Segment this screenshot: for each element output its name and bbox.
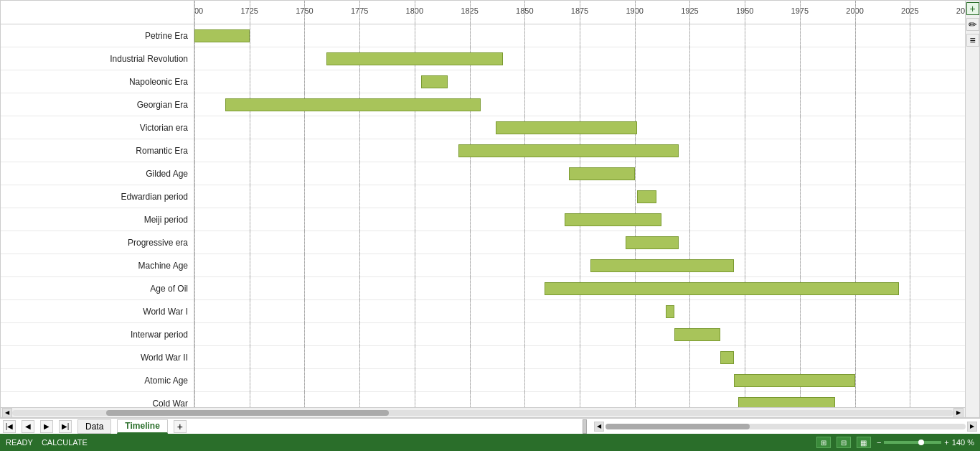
chart-main-area: 1700172517501775180018251850187519001925… bbox=[0, 0, 980, 418]
bar-progressive-era[interactable] bbox=[626, 236, 679, 249]
grid-line bbox=[194, 369, 195, 392]
grid-line bbox=[580, 24, 580, 47]
grid-line bbox=[359, 346, 360, 369]
bar-industrial-revolution[interactable] bbox=[326, 52, 502, 65]
zoom-thumb[interactable] bbox=[918, 440, 924, 445]
sheet-nav-first[interactable]: |◀ bbox=[3, 420, 16, 433]
bar-cold-war[interactable] bbox=[738, 397, 835, 408]
grid-line bbox=[910, 116, 910, 139]
bar-napoleonic-era[interactable] bbox=[421, 75, 448, 88]
grid-line bbox=[689, 392, 690, 408]
tab-timeline[interactable]: Timeline bbox=[117, 419, 167, 434]
pen-icon-btn[interactable]: ✏ bbox=[966, 18, 979, 31]
sheet-nav-next[interactable]: ▶ bbox=[40, 420, 53, 433]
chart-row[interactable]: Atomic Age bbox=[1, 369, 965, 392]
sheet-nav-prev[interactable]: ◀ bbox=[22, 420, 34, 433]
chart-row[interactable]: World War II bbox=[1, 346, 965, 369]
bar-area bbox=[194, 139, 965, 162]
bar-age-of-oil[interactable] bbox=[545, 282, 899, 295]
grid-line bbox=[250, 47, 250, 70]
grid-line bbox=[580, 346, 580, 369]
bar-world-war-i[interactable] bbox=[666, 305, 674, 318]
grid-line bbox=[800, 300, 801, 323]
chart-row[interactable]: Interwar period bbox=[1, 323, 965, 346]
chart-row[interactable]: Machine Age bbox=[1, 254, 965, 277]
view-grid-btn[interactable]: ⊞ bbox=[816, 437, 831, 448]
grid-line bbox=[304, 323, 305, 346]
chart-row[interactable]: Edwardian period bbox=[1, 185, 965, 208]
view-preview-btn[interactable]: ▦ bbox=[857, 437, 871, 448]
grid-line bbox=[910, 93, 910, 116]
sheet-nav-last[interactable]: ▶| bbox=[59, 420, 72, 433]
scroll-left-btn[interactable]: ◀ bbox=[2, 408, 12, 418]
zoom-plus[interactable]: + bbox=[944, 438, 948, 447]
horizontal-scrollbar[interactable]: ◀ ▶ bbox=[1, 407, 965, 417]
grid-line bbox=[359, 162, 360, 185]
bar-machine-age[interactable] bbox=[590, 259, 733, 272]
tab-data[interactable]: Data bbox=[77, 419, 111, 434]
row-label-age-of-oil: Age of Oil bbox=[1, 277, 194, 300]
grid-line bbox=[580, 185, 580, 208]
grid-line bbox=[635, 24, 636, 47]
scroll-track-h[interactable] bbox=[12, 410, 953, 416]
bar-petrine-era[interactable] bbox=[194, 29, 250, 42]
chart-row[interactable]: Industrial Revolution bbox=[1, 47, 965, 70]
chart-row[interactable]: Age of Oil bbox=[1, 277, 965, 300]
chart-row[interactable]: Progressive era bbox=[1, 231, 965, 254]
bar-victorian-era[interactable] bbox=[496, 121, 636, 134]
bar-edwardian-period[interactable] bbox=[637, 190, 657, 203]
chart-row[interactable]: World War I bbox=[1, 300, 965, 323]
grid-line bbox=[194, 208, 195, 231]
grid-line bbox=[470, 185, 471, 208]
chart-row[interactable]: Petrine Era bbox=[1, 24, 965, 47]
bar-romantic-era[interactable] bbox=[458, 144, 679, 157]
bar-interwar-period[interactable] bbox=[674, 328, 720, 341]
bar-world-war-ii[interactable] bbox=[720, 351, 733, 364]
zoom-minus[interactable]: − bbox=[877, 438, 881, 447]
bar-meiji-period[interactable] bbox=[565, 213, 661, 226]
add-icon-btn[interactable]: + bbox=[966, 2, 979, 15]
scrollbar-sep[interactable] bbox=[583, 419, 587, 434]
rows-wrapper[interactable]: Petrine EraIndustrial RevolutionNapoleon… bbox=[1, 24, 965, 407]
status-bar: READY CALCULATE ⊞ ⊟ ▦ − + 140 % bbox=[0, 434, 980, 451]
grid-line bbox=[415, 392, 415, 408]
chart-row[interactable]: Meiji period bbox=[1, 208, 965, 231]
bar-area bbox=[194, 346, 965, 369]
grid-line bbox=[524, 185, 525, 208]
bar-atomic-age[interactable] bbox=[734, 374, 855, 387]
hscroll-left[interactable]: ◀ bbox=[594, 422, 604, 432]
add-sheet-btn[interactable]: + bbox=[174, 420, 187, 433]
grid-line-1750 bbox=[304, 1, 305, 24]
hscroll-right[interactable]: ▶ bbox=[967, 422, 977, 432]
chart-row[interactable]: Romantic Era bbox=[1, 139, 965, 162]
grid-line bbox=[689, 70, 690, 93]
grid-line bbox=[359, 369, 360, 392]
bar-area bbox=[194, 185, 965, 208]
zoom-slider[interactable] bbox=[884, 441, 941, 444]
row-label-georgian-era: Georgian Era bbox=[1, 93, 194, 116]
chart-row[interactable]: Georgian Era bbox=[1, 93, 965, 116]
grid-line bbox=[304, 185, 305, 208]
scroll-right-btn[interactable]: ▶ bbox=[953, 408, 963, 418]
grid-line bbox=[250, 346, 250, 369]
chart-row[interactable]: Cold War bbox=[1, 392, 965, 407]
grid-line bbox=[635, 70, 636, 93]
bar-georgian-era[interactable] bbox=[225, 98, 481, 111]
grid-line bbox=[470, 323, 471, 346]
view-page-btn[interactable]: ⊟ bbox=[837, 437, 851, 448]
grid-line bbox=[800, 116, 801, 139]
grid-line bbox=[689, 93, 690, 116]
filter-icon-btn[interactable]: ≡ bbox=[966, 34, 979, 47]
grid-line bbox=[194, 47, 195, 70]
grid-line bbox=[250, 162, 250, 185]
grid-line-1975 bbox=[800, 1, 801, 24]
grid-line bbox=[800, 70, 801, 93]
grid-line bbox=[194, 300, 195, 323]
bar-gilded-age[interactable] bbox=[569, 167, 635, 180]
chart-row[interactable]: Victorian era bbox=[1, 116, 965, 139]
scroll-thumb-h[interactable] bbox=[106, 410, 389, 416]
chart-row[interactable]: Napoleonic Era bbox=[1, 70, 965, 93]
zoom-level: 140 % bbox=[952, 438, 974, 447]
bar-area bbox=[194, 392, 965, 408]
chart-row[interactable]: Gilded Age bbox=[1, 162, 965, 185]
